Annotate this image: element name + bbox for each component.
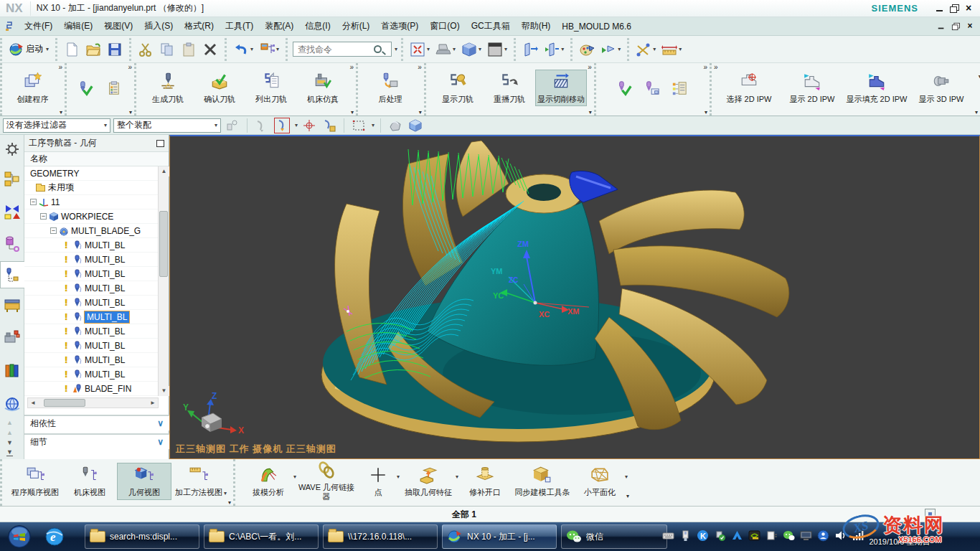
list-toolpath-button[interactable]: 列出刀轨 bbox=[245, 70, 297, 106]
show-2d-ipw-button[interactable]: ▾ 显示 2D IPW bbox=[781, 70, 844, 106]
wave-geometry-linker-button[interactable]: WAVE 几何链接器 bbox=[296, 458, 357, 504]
command-search-input[interactable] bbox=[296, 44, 374, 55]
generate-toolpath-button[interactable]: 生成刀轨 bbox=[142, 70, 194, 106]
taskbar-folder-search[interactable]: search-ms:displ... bbox=[85, 524, 199, 549]
machine-tool-view-button[interactable]: 机床视图 bbox=[62, 463, 117, 500]
verify-tool-button[interactable] bbox=[75, 77, 97, 99]
rotate-point-icon[interactable] bbox=[302, 118, 316, 133]
nvidia-icon[interactable] bbox=[748, 529, 760, 542]
assembly-structure-button[interactable]: ▾ bbox=[257, 40, 281, 59]
mdi-restore-icon[interactable] bbox=[951, 22, 961, 31]
shaded-wireframe-icon[interactable] bbox=[388, 118, 402, 133]
ruler-button[interactable]: ▾ bbox=[659, 40, 684, 59]
show-filled-2d-ipw-button[interactable]: ▾ 显示填充 2D IPW bbox=[844, 70, 910, 106]
menu-tools[interactable]: 工具(T) bbox=[220, 17, 259, 35]
visualization-preferences-button[interactable] bbox=[577, 40, 597, 59]
volume-icon[interactable] bbox=[834, 529, 847, 542]
taskbar-wechat[interactable]: 微信 bbox=[561, 524, 667, 549]
menu-analysis[interactable]: 分析(L) bbox=[336, 17, 376, 35]
assembly-navigator-icon[interactable] bbox=[4, 171, 21, 188]
menu-window[interactable]: 窗口(O) bbox=[424, 17, 465, 35]
start-orb-icon[interactable] bbox=[7, 524, 32, 549]
resource-scroll-up2-icon[interactable]: ▲ bbox=[6, 429, 13, 436]
collapse-icon[interactable]: − bbox=[50, 227, 57, 234]
fit-view-button[interactable]: ▾ bbox=[407, 40, 432, 59]
taskbar-folder-abc[interactable]: C:\ABC\一看。刘... bbox=[204, 524, 319, 549]
dependencies-panel[interactable]: 相依性 ∨ bbox=[24, 415, 169, 430]
menu-view[interactable]: 视图(V) bbox=[98, 17, 138, 35]
create-program-button[interactable]: 创建程序 bbox=[8, 70, 57, 106]
open-file-button[interactable] bbox=[83, 40, 103, 59]
collapse-icon[interactable]: − bbox=[30, 199, 37, 205]
undo-button[interactable]: ▾ bbox=[231, 40, 255, 59]
taskbar-nx-app[interactable]: NX 10 - 加工 - [j... bbox=[442, 524, 557, 549]
selection-filter-dropdown[interactable]: 没有选择过滤器▾ bbox=[3, 118, 110, 133]
show-3d-ipw-button[interactable]: ▾ 显示 3D IPW bbox=[910, 70, 973, 106]
resource-scroll-down-icon[interactable]: ▼ bbox=[6, 439, 13, 446]
navigator-clipboard-button[interactable] bbox=[669, 77, 690, 99]
operation-list-button[interactable] bbox=[103, 77, 124, 99]
network-signal-icon[interactable] bbox=[852, 529, 864, 542]
tree-row-operation-selected[interactable]: ! MULTI_BL bbox=[24, 310, 159, 324]
replay-toolpath-button[interactable]: 重播刀轨 bbox=[484, 70, 535, 106]
navigator-column-header[interactable]: 名称 bbox=[24, 152, 169, 166]
mdi-close-icon[interactable]: × bbox=[965, 22, 975, 31]
graphics-window[interactable]: ZM YM ZC YC XC XM X Y bbox=[169, 135, 980, 459]
shaded-display-button[interactable]: ▾ bbox=[459, 40, 484, 59]
wechat-tray-icon[interactable] bbox=[783, 529, 795, 542]
work-cube-icon[interactable] bbox=[408, 118, 423, 133]
status-window-icon[interactable] bbox=[925, 509, 936, 519]
display-settings-icon[interactable] bbox=[800, 529, 812, 542]
tree-row-operation[interactable]: ! MULTI_BL bbox=[24, 367, 159, 382]
snap-point-disabled-icon[interactable] bbox=[255, 118, 269, 133]
tree-row-operation[interactable]: ! MULTI_BL bbox=[24, 339, 159, 353]
tree-row-operation[interactable]: ! MULTI_BL bbox=[24, 281, 159, 296]
taskbar-folder-network[interactable]: \\172.16.0.118\... bbox=[323, 524, 438, 549]
extract-geometry-button[interactable]: ▾ 抽取几何特征 bbox=[399, 463, 458, 500]
library-books-icon[interactable] bbox=[4, 362, 21, 380]
menu-edit[interactable]: 编辑(E) bbox=[58, 17, 98, 35]
machining-method-view-button[interactable]: ▾ 加工方法视图 bbox=[171, 463, 226, 500]
select-2d-ipw-button[interactable]: 选择 2D IPW bbox=[717, 70, 781, 106]
restore-icon[interactable] bbox=[948, 3, 960, 14]
menu-information[interactable]: 信息(I) bbox=[299, 17, 336, 35]
security-center-icon[interactable] bbox=[817, 529, 829, 542]
tree-vertical-scrollbar[interactable]: ▲ ▼ bbox=[158, 166, 169, 396]
tree-row-operation[interactable]: ! MULTI_BL bbox=[24, 324, 159, 339]
autodesk-icon[interactable] bbox=[731, 529, 743, 542]
tree-row-operation[interactable]: ! MULTI_BL bbox=[24, 267, 159, 281]
point-button[interactable]: ▾ 点 bbox=[357, 463, 399, 500]
tree-row-multi-blade-geom[interactable]: − MULTI_BLADE_G bbox=[24, 224, 159, 238]
show-hide-button[interactable]: ▾ bbox=[433, 40, 458, 59]
patch-openings-button[interactable]: 修补开口 bbox=[458, 463, 512, 500]
measure-button[interactable]: ▾ bbox=[633, 40, 658, 59]
details-panel[interactable]: 细节 ∨ bbox=[24, 433, 169, 449]
scrollbar-thumb[interactable] bbox=[159, 211, 168, 277]
tree-row-operation[interactable]: ! MULTI_BL bbox=[24, 238, 159, 253]
command-finder[interactable] bbox=[293, 42, 392, 57]
edit-section-button[interactable]: ▾ bbox=[542, 40, 566, 59]
menu-hb-mould[interactable]: HB_MOULD M6.6 bbox=[556, 19, 637, 34]
menu-help[interactable]: 帮助(H) bbox=[516, 17, 557, 35]
synchronous-modeling-button[interactable]: 同步建模工具条 bbox=[512, 463, 573, 500]
constraint-navigator-icon[interactable] bbox=[4, 204, 21, 221]
verify-toolpath-button[interactable]: 确认刀轨 bbox=[194, 70, 245, 106]
facet-body-button[interactable]: ▾▾ 小平面化 bbox=[573, 463, 627, 500]
selection-scope-dropdown[interactable]: 整个装配▾ bbox=[113, 118, 221, 133]
internet-explorer-icon[interactable]: e bbox=[44, 527, 65, 547]
tool-check2-button[interactable] bbox=[614, 77, 636, 99]
process-studio-icon[interactable] bbox=[4, 329, 21, 346]
tree-row-blade-finish[interactable]: ! BLADE_FIN bbox=[24, 382, 159, 396]
snap-settings-icon[interactable] bbox=[322, 118, 336, 133]
kingsoft-icon[interactable]: K bbox=[697, 529, 709, 542]
tree-row-workpiece[interactable]: − WORKPIECE bbox=[24, 209, 159, 224]
tree-row-operation[interactable]: ! MULTI_BL bbox=[24, 353, 159, 367]
save-button[interactable] bbox=[105, 40, 125, 59]
operation-navigator-tab[interactable] bbox=[0, 261, 24, 288]
collapse-icon[interactable]: − bbox=[40, 213, 47, 220]
rectangle-select-icon[interactable] bbox=[352, 118, 366, 133]
tool-sheet-button[interactable] bbox=[641, 77, 663, 99]
simulate-machine-button[interactable]: 机床仿真 bbox=[297, 70, 349, 106]
tree-row-unused[interactable]: 未用项 bbox=[24, 181, 159, 195]
menu-assemblies[interactable]: 装配(A) bbox=[259, 17, 299, 35]
